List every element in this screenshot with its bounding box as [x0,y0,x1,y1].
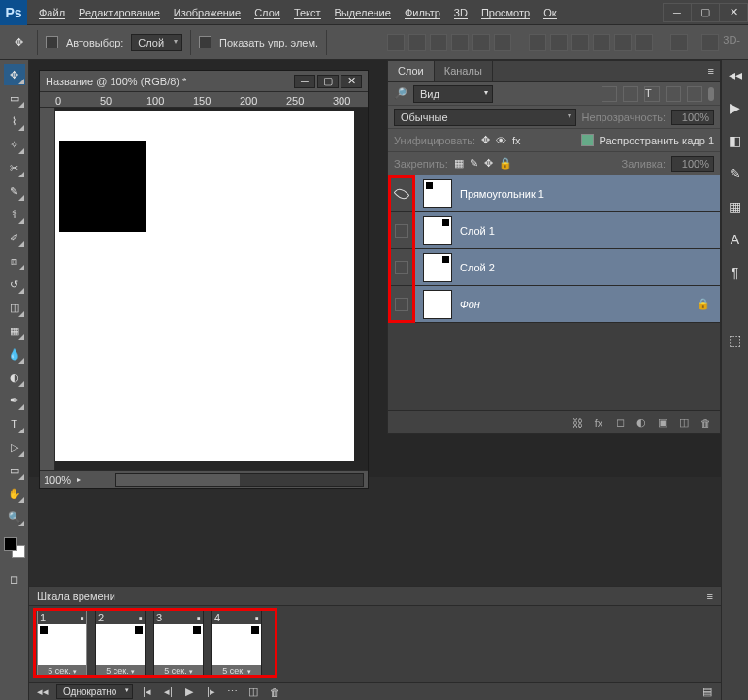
layer-thumbnail[interactable] [423,179,452,208]
lasso-tool[interactable]: ⌇ [4,111,25,132]
collapse-icon[interactable]: ◂◂ [727,66,744,83]
layer-row[interactable]: Слой 1 [388,212,720,249]
shape-tool[interactable]: ▭ [4,460,25,481]
distribute-right-icon[interactable] [635,34,653,51]
menu-edit[interactable]: Редактирование [73,3,166,22]
filter-pixel-icon[interactable] [602,86,617,102]
3d-panel-icon[interactable]: ⬚ [727,332,744,349]
menu-3d[interactable]: 3D [448,3,473,22]
layer-thumbnail[interactable] [423,290,452,319]
filter-adjust-icon[interactable] [623,86,638,102]
paragraph-panel-icon[interactable]: ¶ [727,264,744,281]
horizontal-ruler[interactable]: 0 50 100 150 200 250 300 [40,92,368,108]
timeline-frame[interactable]: 1▪ 5 сек. [37,610,87,678]
menu-select[interactable]: Выделение [329,3,397,22]
doc-close-button[interactable]: ✕ [341,75,362,88]
autoselect-dropdown[interactable]: Слой [131,34,182,51]
tab-channels[interactable]: Каналы [435,61,493,81]
horizontal-scrollbar[interactable] [115,473,364,487]
layer-name[interactable]: Прямоугольник 1 [460,188,720,200]
doc-minimize-button[interactable]: ─ [294,75,315,88]
3d-mode-icon[interactable] [701,34,719,51]
loop-dropdown[interactable]: Однократно [56,684,133,699]
vertical-ruler[interactable] [40,108,55,470]
dodge-tool[interactable]: ◐ [4,366,25,388]
frame-delay[interactable]: 5 сек. [154,665,203,677]
history-panel-icon[interactable]: ▶ [727,99,744,116]
layer-thumbnail[interactable] [423,253,452,282]
frame-delay[interactable]: 5 сек. [96,665,145,677]
align-bottom-icon[interactable] [430,34,447,51]
link-layers-icon[interactable]: ⛓ [570,416,584,430]
quickmask-tool[interactable]: ◻ [4,568,25,589]
next-frame-icon[interactable]: |▸ [203,685,218,699]
unify-position-icon[interactable]: ✥ [481,134,490,146]
frame-delay[interactable]: 5 сек. [38,665,86,677]
distribute-bottom-icon[interactable] [571,34,589,51]
canvas-viewport[interactable] [55,108,368,470]
history-brush-tool[interactable]: ↺ [4,273,25,295]
brushes-panel-icon[interactable]: ✎ [727,165,744,182]
align-vcenter-icon[interactable] [408,34,426,51]
status-chevron-icon[interactable]: ▸ [77,475,81,484]
panel-menu-icon[interactable]: ≡ [702,61,720,81]
crop-tool[interactable]: ✂ [4,157,25,178]
frame-delay[interactable]: 5 сек. [212,665,261,677]
layer-row[interactable]: Прямоугольник 1 [388,175,720,212]
timeline-frame[interactable]: 2▪ 5 сек. [95,610,146,678]
brush-tool[interactable]: ✐ [4,227,25,248]
visibility-toggle[interactable] [395,298,408,311]
lock-move-icon[interactable]: ✥ [484,157,493,170]
autoselect-checkbox[interactable] [46,36,58,48]
eraser-tool[interactable]: ◫ [4,297,25,318]
align-left-icon[interactable] [451,34,469,51]
fill-field[interactable]: 100% [671,156,714,172]
color-panel-icon[interactable]: ◧ [727,132,744,149]
swatches-panel-icon[interactable]: ▦ [727,198,744,215]
menu-type[interactable]: Текст [288,3,327,22]
marquee-tool[interactable]: ▭ [4,87,25,109]
menu-window[interactable]: Ок [537,3,562,22]
menu-file[interactable]: Файл [33,3,71,22]
pen-tool[interactable]: ✒ [4,390,25,411]
timeline-frame[interactable]: 3▪ 5 сек. [153,610,204,678]
zoom-tool[interactable]: 🔍 [4,506,25,527]
filter-smart-icon[interactable] [687,86,702,102]
align-hcenter-icon[interactable] [472,34,490,51]
layer-row[interactable]: Фон 🔒 [388,286,720,323]
unify-style-icon[interactable]: fx [512,135,521,146]
layer-name[interactable]: Слой 1 [460,225,720,237]
tween-icon[interactable]: ⋯ [224,685,240,699]
opacity-field[interactable]: 100% [671,110,714,125]
prev-frame-icon[interactable]: ◂| [160,685,176,699]
timeline-frame[interactable]: 4▪ 5 сек. [211,610,262,678]
type-tool[interactable]: T [4,413,25,434]
align-right-icon[interactable] [494,34,511,51]
lock-position-icon[interactable]: ✎ [470,157,478,170]
rectangle-shape[interactable] [59,141,146,232]
clone-stamp-tool[interactable]: ⧈ [4,250,25,271]
menu-image[interactable]: Изображение [168,3,246,22]
gradient-tool[interactable]: ▦ [4,320,25,341]
blur-tool[interactable]: 💧 [4,343,25,365]
layer-thumbnail[interactable] [423,216,452,245]
new-layer-icon[interactable]: ◫ [677,416,691,430]
color-swatches[interactable] [4,537,25,558]
blend-mode-dropdown[interactable]: Обычные [394,109,576,126]
delete-layer-icon[interactable]: 🗑 [699,416,712,430]
close-button[interactable]: ✕ [719,3,748,22]
group-icon[interactable]: ▣ [656,416,669,430]
show-transform-checkbox[interactable] [199,36,211,48]
move-tool[interactable]: ✥ [4,64,25,85]
filter-shape-icon[interactable] [666,86,681,102]
maximize-button[interactable]: ▢ [691,3,720,22]
layer-row[interactable]: Слой 2 [388,249,720,286]
distribute-vcenter-icon[interactable] [550,34,568,51]
auto-align-icon[interactable] [670,34,688,51]
healing-brush-tool[interactable]: ⚕ [4,204,25,225]
layer-name[interactable]: Слой 2 [460,262,720,273]
visibility-toggle[interactable] [395,224,408,238]
document-titlebar[interactable]: Название @ 100% (RGB/8) * ─ ▢ ✕ [40,71,368,92]
menu-layer[interactable]: Слои [248,3,286,22]
propagate-checkbox[interactable] [581,134,594,146]
